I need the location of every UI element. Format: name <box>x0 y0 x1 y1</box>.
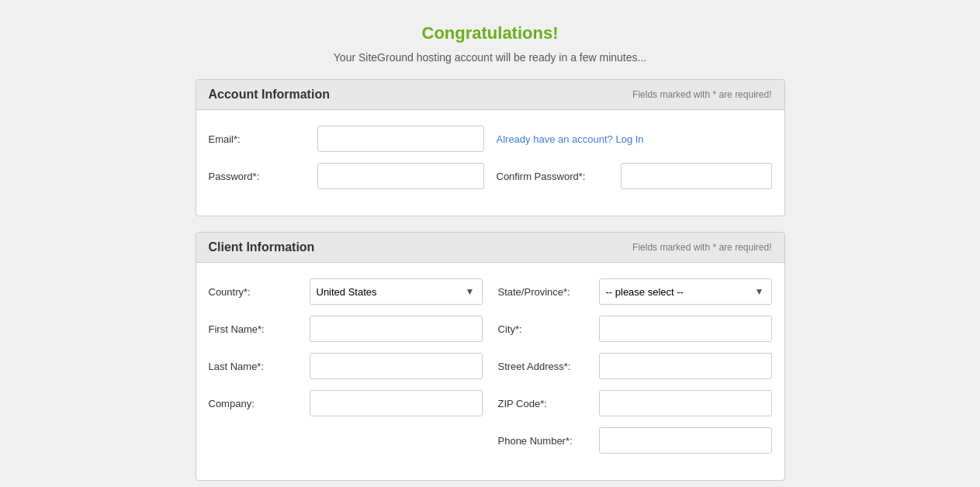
first-name-label: First Name*: <box>209 323 310 335</box>
last-name-label: Last Name*: <box>209 361 310 372</box>
firstname-city-row: First Name*: City*: <box>209 316 772 342</box>
password-left: Password*: <box>209 163 484 189</box>
first-name-input[interactable] <box>310 316 483 342</box>
email-label: Email*: <box>209 133 317 145</box>
client-section-required-note: Fields marked with * are required! <box>632 242 771 253</box>
country-label: Country*: <box>209 286 310 298</box>
company-input[interactable] <box>310 390 483 416</box>
client-section-title: Client Information <box>209 240 315 254</box>
client-section-header: Client Information Fields marked with * … <box>196 233 784 263</box>
phone-row: Phone Number*: <box>209 427 772 454</box>
confirm-password-right: Confirm Password*: <box>497 163 772 189</box>
congratulations-title: Congratulations! <box>196 23 785 43</box>
city-input-wrap <box>599 316 772 342</box>
client-section: Client Information Fields marked with * … <box>196 232 785 481</box>
lastname-street-row: Last Name*: Street Address*: <box>209 353 772 379</box>
page-container: Congratulations! Your SiteGround hosting… <box>196 16 785 487</box>
account-section-title: Account Information <box>209 88 330 102</box>
street-input[interactable] <box>599 353 772 379</box>
email-input[interactable] <box>317 126 484 152</box>
state-input-wrap: -- please select -- ▼ <box>599 278 772 305</box>
password-row: Password*: Confirm Password*: <box>209 163 772 189</box>
country-select[interactable]: United States <box>310 278 483 305</box>
email-row: Email*: Already have an account? Log In <box>209 126 772 152</box>
phone-label: Phone Number*: <box>498 435 599 447</box>
confirm-password-label: Confirm Password*: <box>497 171 621 182</box>
company-input-wrap <box>310 390 483 416</box>
state-col: State/Province*: -- please select -- ▼ <box>498 278 772 305</box>
phone-input[interactable] <box>599 427 772 454</box>
zip-input[interactable] <box>599 390 772 416</box>
password-label: Password*: <box>209 171 317 182</box>
city-input[interactable] <box>599 316 772 342</box>
account-section: Account Information Fields marked with *… <box>196 79 785 216</box>
company-label: Company: <box>209 398 310 409</box>
state-select[interactable]: -- please select -- <box>599 278 772 305</box>
street-input-wrap <box>599 353 772 379</box>
lastname-col: Last Name*: <box>209 353 483 379</box>
state-select-wrapper[interactable]: -- please select -- ▼ <box>599 278 772 305</box>
state-label: State/Province*: <box>498 286 599 298</box>
confirm-password-input[interactable] <box>621 163 772 189</box>
client-section-body: Country*: United States ▼ State/Province… <box>196 263 784 480</box>
zip-label: ZIP Code*: <box>498 398 599 409</box>
street-col: Street Address*: <box>498 353 772 379</box>
company-zip-row: Company: ZIP Code*: <box>209 390 772 416</box>
subtitle: Your SiteGround hosting account will be … <box>196 51 785 64</box>
lastname-input-wrap <box>310 353 483 379</box>
email-right: Already have an account? Log In <box>497 133 772 145</box>
zip-input-wrap <box>599 390 772 416</box>
already-have-account-link[interactable]: Already have an account? Log In <box>497 133 644 145</box>
country-state-row: Country*: United States ▼ State/Province… <box>209 278 772 305</box>
city-col: City*: <box>498 316 772 342</box>
phone-col: Phone Number*: <box>498 427 772 454</box>
country-col: Country*: United States ▼ <box>209 278 483 305</box>
street-label: Street Address*: <box>498 361 599 372</box>
last-name-input[interactable] <box>310 353 483 379</box>
firstname-col: First Name*: <box>209 316 483 342</box>
city-label: City*: <box>498 323 599 335</box>
account-section-header: Account Information Fields marked with *… <box>196 80 784 110</box>
phone-input-wrap <box>599 427 772 454</box>
email-left: Email*: <box>209 126 484 152</box>
firstname-input-wrap <box>310 316 483 342</box>
zip-col: ZIP Code*: <box>498 390 772 416</box>
company-col: Company: <box>209 390 483 416</box>
country-select-wrapper[interactable]: United States ▼ <box>310 278 483 305</box>
password-input[interactable] <box>317 163 484 189</box>
country-input-wrap: United States ▼ <box>310 278 483 305</box>
account-section-body: Email*: Already have an account? Log In … <box>196 110 784 216</box>
account-section-required-note: Fields marked with * are required! <box>632 89 771 100</box>
